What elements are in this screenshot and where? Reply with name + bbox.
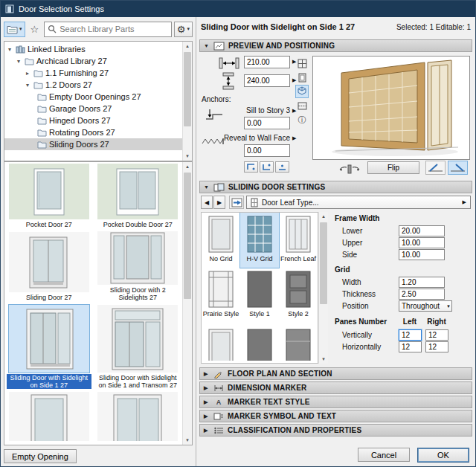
grid-width-field[interactable]: [399, 277, 445, 288]
library-item-pocket-door[interactable]: Pocket Door 27: [4, 162, 94, 231]
section-dimension-marker[interactable]: ▶ DIMENSION MARKER: [199, 381, 472, 394]
scroll-up-icon[interactable]: ▴: [183, 42, 192, 51]
leaf-direction-1-button[interactable]: [425, 161, 446, 175]
tree-scrollbar-track[interactable]: [183, 51, 192, 152]
tree-item-archicad-library[interactable]: ▾ Archicad Library 27: [4, 55, 192, 67]
section-marker-symbol-and-text[interactable]: ▶ MARKER SYMBOL AND TEXT: [199, 410, 472, 422]
expander-icon[interactable]: ▾: [15, 58, 22, 65]
prev-page-button[interactable]: ◀: [201, 196, 213, 209]
scroll-up-icon[interactable]: ▴: [183, 162, 192, 171]
ok-button[interactable]: OK: [417, 448, 469, 463]
transfer-settings-button[interactable]: [229, 196, 244, 209]
leaf-style-2[interactable]: Style 2: [279, 268, 318, 326]
items-scrollbar-track[interactable]: [183, 171, 192, 436]
tree-item-garage-doors[interactable]: Garage Doors 27: [4, 103, 192, 115]
section-floor-plan-and-section[interactable]: ▶ FLOOR PLAN AND SECTION: [199, 367, 472, 380]
marker-symbol-text-icon: [213, 412, 224, 421]
gallery-scrollbar-track[interactable]: [319, 221, 328, 355]
next-page-button[interactable]: ▶: [213, 196, 225, 209]
tree-item-empty-door-openings[interactable]: Empty Door Openings 27: [4, 91, 192, 103]
folder-icon: [37, 105, 47, 113]
folder-view-button[interactable]: ▾: [4, 22, 25, 37]
door-leaf-type-dropdown[interactable]: Door Leaf Type... ▶: [246, 196, 471, 209]
tree-item-rotating-doors[interactable]: Rotating Doors 27: [4, 126, 192, 138]
leaf-style-prairie[interactable]: Prairie Style: [202, 268, 240, 326]
tree-item-furnishing[interactable]: ▸ 1.1 Furnishing 27: [4, 67, 192, 79]
vertically-left-field[interactable]: [399, 329, 422, 341]
plan-view-icon[interactable]: [295, 57, 309, 70]
section-title: MARKER SYMBOL AND TEXT: [228, 412, 336, 420]
door-3d-preview[interactable]: [312, 56, 470, 160]
reveal-value-field[interactable]: [244, 144, 290, 157]
expander-icon[interactable]: ▾: [6, 46, 13, 53]
flip-button[interactable]: Flip: [367, 161, 419, 174]
tree-item-hinged-doors[interactable]: Hinged Doors 27: [4, 115, 192, 126]
sill-anchor-label[interactable]: Sill to Story 3: [220, 106, 290, 115]
elevation-view-icon[interactable]: [295, 71, 309, 84]
scroll-down-icon[interactable]: ▾: [183, 152, 192, 161]
tree-item-sliding-doors[interactable]: Sliding Doors 27: [4, 138, 192, 150]
anchor-option-1-button[interactable]: [244, 161, 258, 173]
gallery-scrollbar[interactable]: ▴ ▾: [318, 212, 328, 364]
door-height-field[interactable]: [244, 74, 290, 87]
library-item-sliding-door-sidelight-side1[interactable]: Sliding Door with Sidelight on Side 1 27: [4, 303, 94, 391]
library-item-thumbnail: [9, 392, 89, 441]
leaf-direction-2-button[interactable]: [448, 161, 468, 175]
section-collapsed-icon: ▶: [204, 399, 210, 405]
title-bar[interactable]: Door Selection Settings: [1, 1, 475, 17]
leaf-style-partial[interactable]: [202, 326, 240, 363]
empty-opening-button[interactable]: Empty Opening: [4, 449, 77, 463]
lower-field[interactable]: [399, 225, 445, 236]
anchor-option-2-button[interactable]: [260, 161, 274, 173]
leaf-style-french-leaf[interactable]: French Leaf: [279, 213, 318, 268]
library-item-sliding-door[interactable]: Sliding Door 27: [4, 231, 94, 303]
section-preview-positioning[interactable]: ▼ PREVIEW AND POSITIONING: [199, 39, 472, 52]
horizontally-left-field[interactable]: [399, 341, 422, 352]
section-classification-and-properties[interactable]: ▶ CLASSIFICATION AND PROPERTIES: [199, 424, 472, 437]
items-scrollbar-thumb[interactable]: [184, 173, 191, 299]
settings-panel: Sliding Door with Sidelight on Side 1 27…: [196, 17, 475, 466]
door-width-field[interactable]: [244, 56, 290, 68]
side-field[interactable]: [399, 249, 445, 260]
tree-scrollbar[interactable]: ▴ ▾: [182, 42, 192, 161]
leaf-style-partial[interactable]: [240, 326, 279, 363]
library-item-pocket-double-door[interactable]: Pocket Double Door 27: [94, 162, 183, 231]
gallery-scrollbar-thumb[interactable]: [320, 222, 327, 304]
vertically-right-field[interactable]: [425, 329, 448, 341]
scroll-up-icon[interactable]: ▴: [319, 212, 328, 221]
search-input[interactable]: [60, 25, 168, 33]
section-marker-text-style[interactable]: ▶ A MARKER TEXT STYLE: [199, 396, 472, 408]
3d-view-icon[interactable]: [295, 85, 309, 98]
expander-icon[interactable]: ▾: [24, 82, 31, 88]
library-item-sliding-door-sidelight-transom[interactable]: Sliding Door with Sidelight on Side 1 an…: [94, 303, 183, 391]
settings-button[interactable]: ⚙ ▾: [174, 22, 193, 37]
reveal-anchor-label[interactable]: Reveal to Wall Face: [216, 134, 290, 142]
library-item-partial[interactable]: [4, 391, 94, 445]
search-box[interactable]: [44, 22, 172, 37]
scroll-down-icon[interactable]: ▾: [183, 436, 192, 445]
horizontally-right-field[interactable]: [425, 341, 448, 352]
library-item-sliding-door-2-sidelights[interactable]: Sliding Door with 2 Sidelights 27: [94, 231, 183, 303]
expander-icon[interactable]: ▸: [24, 70, 31, 77]
grid-position-dropdown[interactable]: Throughout ▾: [399, 300, 452, 312]
leaf-style-partial[interactable]: [279, 326, 318, 363]
leaf-style-1[interactable]: Style 1: [240, 268, 279, 326]
tree-item-linked-libraries[interactable]: ▾ Linked Libraries: [4, 43, 192, 55]
tree-scrollbar-thumb[interactable]: [184, 52, 191, 126]
cancel-button[interactable]: Cancel: [358, 448, 410, 462]
grid-thickness-field[interactable]: [399, 289, 445, 300]
anchor-option-3-button[interactable]: [275, 161, 289, 173]
reveal-flyout-icon[interactable]: ▶: [292, 135, 296, 141]
favorites-button[interactable]: ☆: [28, 22, 42, 37]
info-icon[interactable]: ⓘ: [295, 113, 309, 126]
sill-value-field[interactable]: [244, 117, 290, 129]
scroll-down-icon[interactable]: ▾: [319, 355, 328, 364]
leaf-style-hv-grid[interactable]: H-V Grid: [240, 213, 279, 268]
items-scrollbar[interactable]: ▴ ▾: [182, 162, 192, 445]
library-item-partial[interactable]: [94, 391, 183, 445]
tree-item-doors[interactable]: ▾ 1.2 Doors 27: [4, 79, 192, 91]
upper-field[interactable]: [399, 237, 445, 248]
section-sliding-door-settings[interactable]: ▼ SLIDING DOOR SETTINGS: [199, 181, 472, 193]
section-view-icon[interactable]: [295, 99, 309, 112]
leaf-style-no-grid[interactable]: No Grid: [202, 213, 240, 268]
